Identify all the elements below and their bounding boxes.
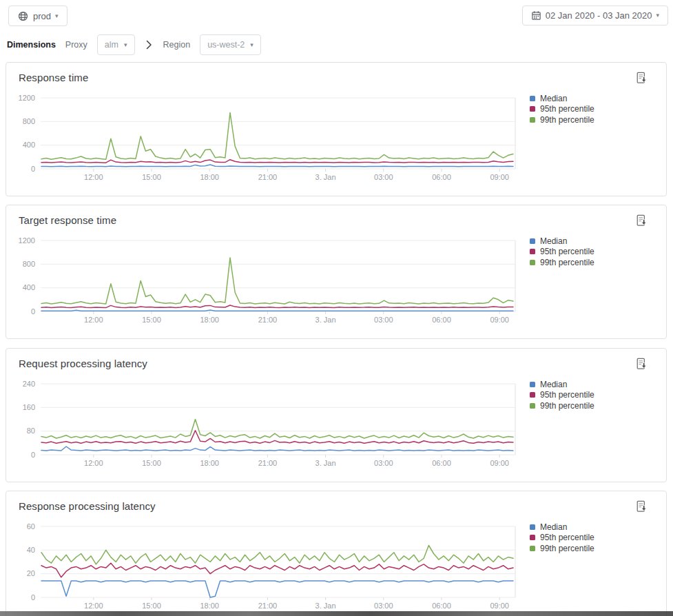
legend-swatch [530,535,535,540]
chevron-right-icon [146,40,152,50]
legend-item-95th[interactable]: 95th percentile [530,104,594,115]
legend-swatch [530,392,535,398]
svg-text:03:00: 03:00 [374,316,393,324]
svg-text:40: 40 [27,546,35,554]
legend-swatch [530,117,535,123]
svg-text:21:00: 21:00 [258,316,278,324]
globe-icon [17,10,29,22]
svg-text:15:00: 15:00 [142,459,161,467]
date-range-picker[interactable]: 02 Jan 2020 - 03 Jan 2020 ▾ [522,6,668,25]
svg-text:60: 60 [27,522,35,531]
chart-title: Response processing latency [19,500,156,512]
chart-legend: Median 95th percentile 99th percentile [530,379,594,411]
proxy-label: Proxy [65,40,87,50]
svg-text:0: 0 [31,307,35,316]
export-report-button[interactable] [634,71,650,86]
svg-text:21:00: 21:00 [258,602,278,610]
svg-text:400: 400 [23,141,35,149]
svg-text:12:00: 12:00 [84,316,103,324]
svg-text:21:00: 21:00 [258,173,278,181]
svg-text:12:00: 12:00 [84,173,103,181]
svg-text:800: 800 [23,117,35,125]
svg-text:18:00: 18:00 [200,173,219,181]
chart-legend: Median 95th percentile 99th percentile [530,93,594,125]
svg-text:160: 160 [23,403,35,411]
chart-legend: Median 95th percentile 99th percentile [530,236,594,268]
legend-item-99th[interactable]: 99th percentile [530,400,594,411]
region-select[interactable]: us-west-2 ▾ [200,34,261,55]
svg-text:1200: 1200 [19,236,35,245]
svg-text:06:00: 06:00 [432,602,451,610]
legend-swatch [530,238,535,244]
chart-panel-response-time: Response time 0400800120012:0015:0018:00… [6,62,667,196]
svg-text:09:00: 09:00 [490,173,509,181]
chart-plot: 0400800120012:0015:0018:0021:003. Jan03:… [8,234,521,330]
date-range-label: 02 Jan 2020 - 03 Jan 2020 [546,10,652,21]
caret-down-icon: ▾ [124,42,127,48]
svg-text:20: 20 [27,569,35,577]
svg-text:09:00: 09:00 [490,602,509,610]
svg-text:240: 240 [23,380,35,388]
svg-text:15:00: 15:00 [142,316,161,324]
legend-item-99th[interactable]: 99th percentile [530,114,594,125]
region-label: Region [163,40,191,50]
export-report-button[interactable] [634,214,650,229]
svg-text:06:00: 06:00 [432,316,451,324]
chart-panel-request-processing-latency: Request processing latency 08016024012:0… [6,348,667,482]
caret-down-icon: ▾ [250,42,253,48]
svg-text:09:00: 09:00 [490,459,509,467]
svg-text:03:00: 03:00 [374,459,393,467]
chart-panel-target-response-time: Target response time 0400800120012:0015:… [6,205,667,339]
svg-text:3. Jan: 3. Jan [315,459,336,467]
legend-swatch [530,260,535,265]
chart-title: Target response time [19,214,116,226]
svg-text:3. Jan: 3. Jan [315,173,336,181]
calendar-icon [531,10,541,21]
svg-text:0: 0 [31,165,35,173]
export-report-button[interactable] [634,357,650,372]
svg-text:0: 0 [31,451,35,459]
legend-swatch [530,546,535,551]
legend-swatch [530,524,535,530]
svg-text:03:00: 03:00 [374,602,393,610]
legend-item-95th[interactable]: 95th percentile [530,533,594,544]
environment-label: prod [33,11,51,21]
environment-selector[interactable]: prod ▾ [8,6,68,26]
svg-text:15:00: 15:00 [142,173,161,181]
svg-text:21:00: 21:00 [258,459,278,467]
legend-swatch [530,249,535,254]
chart-title: Response time [19,72,88,83]
svg-text:15:00: 15:00 [142,602,161,610]
chart-legend: Median 95th percentile 99th percentile [530,522,594,554]
svg-text:1200: 1200 [19,94,35,102]
caret-down-icon: ▾ [55,13,59,19]
proxy-select-value: alm [105,40,118,50]
legend-item-95th[interactable]: 95th percentile [530,390,594,401]
region-select-value: us-west-2 [207,40,245,50]
svg-text:18:00: 18:00 [200,602,219,610]
svg-text:3. Jan: 3. Jan [315,602,336,610]
dimensions-bar: Dimensions Proxy alm ▾ Region us-west-2 … [7,34,261,56]
chart-plot: 08016024012:0015:0018:0021:003. Jan03:00… [8,377,521,473]
svg-text:09:00: 09:00 [490,316,509,324]
legend-item-99th[interactable]: 99th percentile [530,257,594,268]
chart-title: Request processing latency [19,358,147,369]
export-report-button[interactable] [634,500,650,515]
legend-item-99th[interactable]: 99th percentile [530,543,594,554]
dimensions-label: Dimensions [7,40,56,50]
legend-item-median[interactable]: Median [530,379,594,390]
svg-text:06:00: 06:00 [432,173,451,181]
svg-text:18:00: 18:00 [200,316,219,324]
caret-down-icon: ▾ [656,12,659,19]
legend-swatch [530,382,535,387]
legend-item-median[interactable]: Median [530,93,594,104]
legend-item-median[interactable]: Median [530,522,594,533]
desktop-dock-edge [0,611,673,616]
legend-item-95th[interactable]: 95th percentile [530,247,594,258]
svg-text:12:00: 12:00 [84,602,103,610]
chart-plot: 0400800120012:0015:0018:0021:003. Jan03:… [8,91,521,187]
legend-item-median[interactable]: Median [530,236,594,247]
proxy-select[interactable]: alm ▾ [97,34,135,55]
svg-text:0: 0 [31,593,35,602]
svg-text:18:00: 18:00 [200,459,219,467]
